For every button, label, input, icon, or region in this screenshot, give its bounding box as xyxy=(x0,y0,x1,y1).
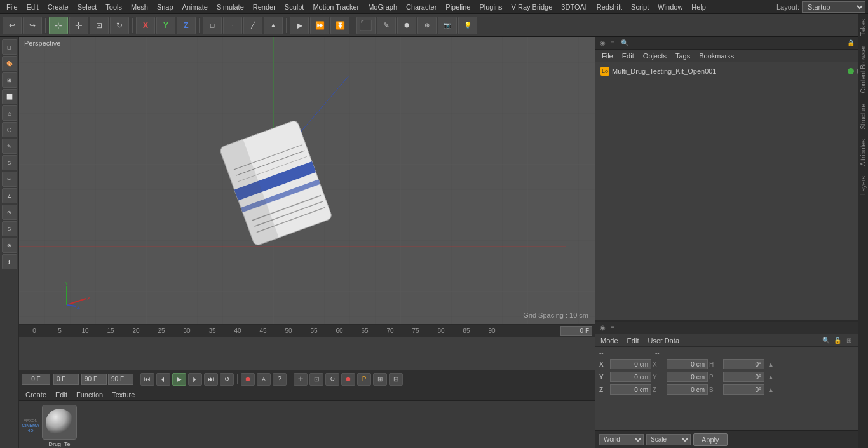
tab-takes[interactable]: Takes xyxy=(858,14,868,41)
menu-simulate[interactable]: Simulate xyxy=(213,2,248,12)
attr-h-input[interactable] xyxy=(723,359,764,369)
timeline-tracks[interactable] xyxy=(19,337,595,370)
attr-z-pos-input[interactable] xyxy=(610,384,651,395)
tl-grid-btn[interactable]: ⊞ xyxy=(373,373,387,386)
menu-create[interactable]: Create xyxy=(44,2,72,12)
sidebar-texture-btn[interactable]: 🎨 xyxy=(2,56,17,71)
attr-y-pos-input[interactable] xyxy=(610,372,651,382)
attr-x-stepper[interactable]: ▲ xyxy=(766,359,776,369)
sidebar-model-btn[interactable]: ◻ xyxy=(2,39,17,55)
tl-snap-btn[interactable]: ⊟ xyxy=(389,373,403,386)
menu-help[interactable]: Help xyxy=(688,2,710,12)
y-axis-button[interactable]: Y xyxy=(156,17,175,34)
obj-lock-icon[interactable]: 🔒 xyxy=(846,39,855,48)
world-coord-select[interactable]: World Object Local xyxy=(599,434,644,445)
obj-menu-file[interactable]: File xyxy=(598,51,617,60)
render-settings-button[interactable]: ⏬ xyxy=(330,17,349,34)
attr-lock-icon[interactable]: 🔒 xyxy=(832,336,843,346)
obj-header-icon1[interactable]: ◉ xyxy=(598,39,607,48)
edge-mode-button[interactable]: ╱ xyxy=(243,17,262,34)
attr-menu-userdata[interactable]: User Data xyxy=(646,336,682,345)
z-axis-button[interactable]: Z xyxy=(177,17,196,34)
menu-animate[interactable]: Animate xyxy=(179,2,212,12)
attr-b-input[interactable] xyxy=(723,384,764,395)
record-button[interactable]: ⏺ xyxy=(241,373,255,386)
tab-layers[interactable]: Layers xyxy=(858,171,868,200)
timeline-current-frame[interactable] xyxy=(560,326,592,336)
attr-header-icon1[interactable]: ◉ xyxy=(598,323,607,332)
sidebar-mesh-btn[interactable]: ⬡ xyxy=(2,122,17,137)
apply-button[interactable]: Apply xyxy=(693,433,728,446)
tl-record2-btn[interactable]: ⏺ xyxy=(341,373,355,386)
timeline-preview-start[interactable] xyxy=(53,374,79,385)
mat-menu-texture[interactable]: Texture xyxy=(108,390,139,399)
sidebar-magnet-btn[interactable]: ⊗ xyxy=(2,238,17,253)
layout-select[interactable]: Startup xyxy=(802,1,865,13)
sidebar-capsule-btn[interactable]: ⬜ xyxy=(2,89,17,104)
menu-mesh[interactable]: Mesh xyxy=(127,2,152,12)
sidebar-bp-btn[interactable]: ⊞ xyxy=(2,72,17,88)
light-button[interactable]: 💡 xyxy=(458,17,477,34)
select-tool-button[interactable]: ⊹ xyxy=(49,17,68,34)
attr-search-icon[interactable]: 🔍 xyxy=(821,336,831,346)
step-back-button[interactable]: ⏴ xyxy=(156,373,170,386)
sidebar-brush-btn[interactable]: ⊙ xyxy=(2,205,17,220)
sidebar-knife-btn[interactable]: ✂ xyxy=(2,172,17,187)
obj-menu-bookmarks[interactable]: Bookmarks xyxy=(695,51,738,60)
move-tool-button[interactable]: ✛ xyxy=(69,17,88,34)
loop-button[interactable]: ↺ xyxy=(220,373,234,386)
cube-button[interactable]: ⬛ xyxy=(356,17,376,34)
pen-button[interactable]: ✎ xyxy=(377,17,396,34)
menu-window[interactable]: Window xyxy=(654,2,686,12)
go-end-button[interactable]: ⏭ xyxy=(204,373,218,386)
menu-plugins[interactable]: Plugins xyxy=(475,2,506,12)
timeline-preview-end[interactable] xyxy=(81,374,107,385)
attr-y-rot-input[interactable] xyxy=(667,372,708,382)
menu-script[interactable]: Script xyxy=(627,2,653,12)
menu-vray[interactable]: V-Ray Bridge xyxy=(508,2,557,12)
obj-header-icon2[interactable]: ≡ xyxy=(608,39,617,48)
timeline-end-frame[interactable] xyxy=(108,374,133,385)
tl-scale-btn[interactable]: ⊡ xyxy=(309,373,323,386)
menu-snap[interactable]: Snap xyxy=(153,2,177,12)
sidebar-weld-btn[interactable]: S xyxy=(2,221,17,236)
step-forward-button[interactable]: ⏵ xyxy=(188,373,202,386)
viewport[interactable]: View Cameras Display Options Filter Pane… xyxy=(19,37,595,324)
menu-3dtoall[interactable]: 3DTOAll xyxy=(557,2,591,12)
attr-menu-edit[interactable]: Edit xyxy=(625,336,642,345)
menu-mograph[interactable]: MoGraph xyxy=(364,2,401,12)
attr-z-stepper[interactable]: ▲ xyxy=(766,384,776,395)
timeline-start-frame-input[interactable] xyxy=(22,374,50,385)
menu-edit[interactable]: Edit xyxy=(23,2,43,12)
undo-button[interactable]: ↩ xyxy=(3,17,22,34)
x-axis-button[interactable]: X xyxy=(136,17,155,34)
redo-button[interactable]: ↪ xyxy=(23,17,42,34)
render-view-button[interactable]: ▶ xyxy=(290,17,309,34)
attr-x-pos-input[interactable] xyxy=(610,359,651,369)
mat-menu-function[interactable]: Function xyxy=(72,390,107,399)
sidebar-arch-btn[interactable]: ∠ xyxy=(2,188,17,203)
menu-select[interactable]: Select xyxy=(74,2,101,12)
mat-menu-edit[interactable]: Edit xyxy=(51,390,71,399)
sidebar-shape-btn[interactable]: △ xyxy=(2,105,17,121)
camera-button[interactable]: 📷 xyxy=(438,17,457,34)
boolean-button[interactable]: ⊕ xyxy=(417,17,437,34)
obj-item-0[interactable]: Lo Multi_Drug_Testing_Kit_Open001 xyxy=(598,65,865,78)
auto-button[interactable]: A xyxy=(257,373,271,386)
tl-keyframe-btn[interactable]: P xyxy=(357,373,371,386)
sidebar-info-btn[interactable]: ℹ xyxy=(2,254,17,269)
menu-sculpt[interactable]: Sculpt xyxy=(281,2,308,12)
attr-p-input[interactable] xyxy=(723,372,764,382)
menu-character[interactable]: Character xyxy=(402,2,440,12)
polygon-mode-button[interactable]: ▲ xyxy=(264,17,283,34)
attr-expand-icon[interactable]: ⊞ xyxy=(844,336,854,346)
mat-menu-create[interactable]: Create xyxy=(22,390,50,399)
model-mode-button[interactable]: ◻ xyxy=(203,17,222,34)
attr-z-rot-input[interactable] xyxy=(667,384,708,395)
attr-x-rot-input[interactable] xyxy=(667,359,708,369)
menu-tools[interactable]: Tools xyxy=(102,2,126,12)
obj-menu-edit[interactable]: Edit xyxy=(618,51,638,60)
tl-rotate-btn[interactable]: ↻ xyxy=(325,373,339,386)
tab-content-browser[interactable]: Content Browser xyxy=(858,41,868,98)
tab-structure[interactable]: Structure xyxy=(858,98,868,135)
